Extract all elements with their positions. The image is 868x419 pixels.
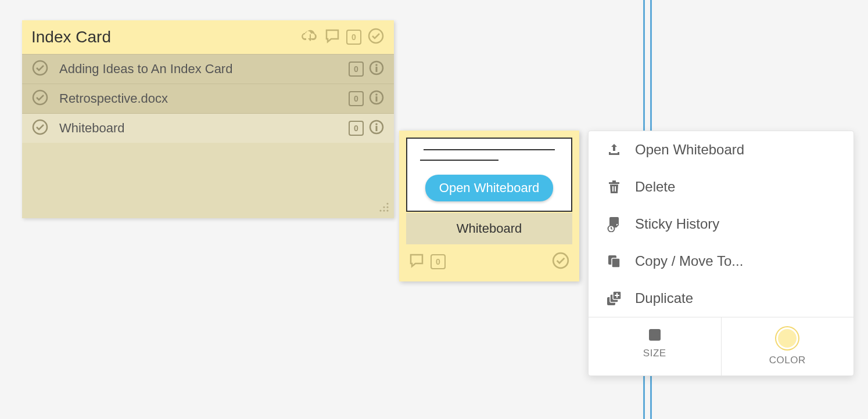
svg-point-0 bbox=[369, 29, 383, 43]
color-swatch-icon bbox=[778, 329, 797, 348]
menu-item-copy-move[interactable]: Copy / Move To... bbox=[589, 243, 853, 280]
svg-rect-24 bbox=[612, 258, 620, 268]
menu-label: Sticky History bbox=[635, 216, 719, 232]
card-row-label: Adding Ideas to An Index Card bbox=[56, 62, 342, 77]
sketch-line bbox=[420, 160, 498, 161]
svg-point-15 bbox=[383, 206, 385, 208]
card-footer bbox=[22, 143, 394, 218]
sticky-note[interactable]: Open Whiteboard Whiteboard 0 bbox=[399, 131, 579, 281]
count-badge[interactable]: 0 bbox=[349, 62, 364, 77]
count-badge[interactable]: 0 bbox=[349, 121, 364, 136]
color-option[interactable]: COLOR bbox=[721, 317, 854, 375]
cloud-download-icon[interactable] bbox=[301, 28, 318, 46]
comment-icon[interactable] bbox=[408, 252, 425, 271]
menu-label: Delete bbox=[635, 179, 675, 195]
size-icon bbox=[649, 329, 661, 341]
menu-label: Open Whiteboard bbox=[635, 142, 744, 158]
comment-icon[interactable] bbox=[324, 28, 340, 46]
upload-icon bbox=[606, 142, 622, 158]
info-icon[interactable] bbox=[368, 60, 385, 78]
resize-handle-icon[interactable] bbox=[379, 202, 389, 215]
size-option[interactable]: SIZE bbox=[589, 317, 721, 375]
check-circle-icon[interactable] bbox=[31, 59, 49, 79]
info-icon[interactable] bbox=[368, 89, 385, 108]
history-icon bbox=[606, 216, 622, 232]
svg-point-18 bbox=[379, 210, 381, 211]
whiteboard-preview: Open Whiteboard bbox=[406, 138, 572, 212]
menu-label: Copy / Move To... bbox=[635, 253, 743, 269]
count-badge[interactable]: 0 bbox=[431, 254, 446, 269]
check-circle-icon[interactable] bbox=[367, 27, 385, 47]
check-circle-icon[interactable] bbox=[31, 89, 49, 109]
menu-item-open-whiteboard[interactable]: Open Whiteboard bbox=[589, 131, 853, 168]
card-row[interactable]: Retrospective.docx 0 bbox=[22, 84, 394, 113]
svg-point-16 bbox=[386, 210, 388, 211]
svg-point-3 bbox=[375, 64, 378, 66]
svg-rect-8 bbox=[376, 96, 378, 102]
svg-rect-20 bbox=[612, 186, 614, 192]
header-icons: 0 bbox=[301, 27, 385, 47]
index-card-title[interactable]: Index Card bbox=[31, 28, 301, 46]
svg-point-14 bbox=[386, 206, 388, 208]
count-badge[interactable]: 0 bbox=[346, 30, 361, 45]
check-circle-icon[interactable] bbox=[31, 118, 49, 138]
sketch-line bbox=[424, 149, 555, 150]
index-card[interactable]: Index Card 0 Adding Ideas to An Index Ca… bbox=[22, 20, 394, 218]
menu-item-duplicate[interactable]: Duplicate bbox=[589, 280, 853, 317]
svg-point-9 bbox=[33, 120, 47, 134]
svg-rect-4 bbox=[376, 67, 378, 72]
svg-point-19 bbox=[553, 253, 568, 268]
card-rows: Adding Ideas to An Index Card 0 Retrospe… bbox=[22, 54, 394, 143]
count-badge[interactable]: 0 bbox=[349, 91, 364, 106]
color-label: COLOR bbox=[769, 355, 806, 366]
sticky-footer: 0 bbox=[406, 244, 572, 274]
svg-point-5 bbox=[33, 91, 47, 104]
context-menu: Open Whiteboard Delete Sticky History Co… bbox=[588, 131, 854, 376]
menu-item-delete[interactable]: Delete bbox=[589, 168, 853, 205]
copy-icon bbox=[606, 253, 622, 269]
card-row-label: Retrospective.docx bbox=[56, 91, 342, 106]
check-circle-icon[interactable] bbox=[551, 251, 570, 272]
card-row[interactable]: Whiteboard 0 bbox=[22, 113, 394, 143]
svg-rect-12 bbox=[376, 126, 378, 131]
trash-icon bbox=[606, 179, 622, 195]
card-row-label: Whiteboard bbox=[56, 121, 342, 136]
menu-label: Duplicate bbox=[635, 290, 693, 306]
menu-footer: SIZE COLOR bbox=[589, 317, 853, 375]
menu-item-sticky-history[interactable]: Sticky History bbox=[589, 205, 853, 243]
svg-point-7 bbox=[375, 93, 378, 96]
svg-point-17 bbox=[383, 210, 385, 211]
open-whiteboard-button[interactable]: Open Whiteboard bbox=[425, 175, 553, 201]
svg-point-11 bbox=[375, 123, 378, 125]
card-row[interactable]: Adding Ideas to An Index Card 0 bbox=[22, 54, 394, 84]
svg-point-1 bbox=[33, 61, 47, 75]
svg-point-13 bbox=[386, 203, 388, 204]
size-label: SIZE bbox=[643, 348, 666, 359]
svg-rect-21 bbox=[615, 186, 616, 192]
duplicate-icon bbox=[606, 290, 622, 306]
info-icon[interactable] bbox=[368, 119, 385, 138]
index-card-header: Index Card 0 bbox=[22, 20, 394, 54]
sticky-caption: Whiteboard bbox=[406, 213, 572, 244]
